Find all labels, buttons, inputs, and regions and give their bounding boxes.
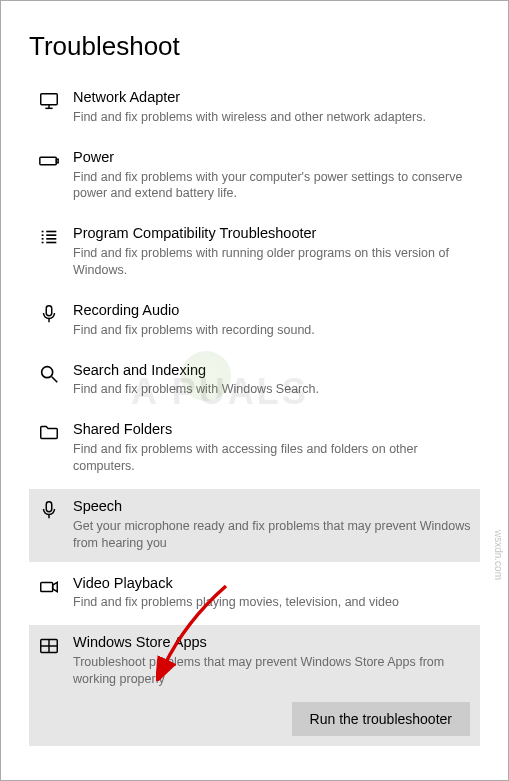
item-title: Search and Indexing [73,361,474,380]
item-desc: Find and fix problems with Windows Searc… [73,381,474,398]
item-desc: Find and fix problems with wireless and … [73,109,474,126]
svg-rect-17 [46,502,52,512]
item-title: Speech [73,497,474,516]
troubleshooter-item-program-compatibility[interactable]: Program Compatibility Troubleshooter Fin… [29,216,480,289]
svg-line-16 [52,376,58,382]
troubleshooter-item-shared-folders[interactable]: Shared Folders Find and fix problems wit… [29,412,480,485]
item-desc: Find and fix problems with running older… [73,245,474,279]
item-title: Program Compatibility Troubleshooter [73,224,474,243]
troubleshooter-item-video-playback[interactable]: Video Playback Find and fix problems pla… [29,566,480,622]
item-title: Recording Audio [73,301,474,320]
folder-icon [35,420,63,444]
item-desc: Get your microphone ready and fix proble… [73,518,474,552]
svg-rect-3 [40,157,57,164]
item-desc: Find and fix problems with accessing fil… [73,441,474,475]
svg-rect-13 [46,306,52,316]
battery-icon [35,148,63,172]
svg-point-15 [42,366,53,377]
item-desc: Find and fix problems with your computer… [73,169,474,203]
microphone-icon [35,301,63,325]
item-desc: Find and fix problems playing movies, te… [73,594,474,611]
page-title: Troubleshoot [29,31,480,62]
item-title: Shared Folders [73,420,474,439]
video-icon [35,574,63,598]
item-desc: Find and fix problems with recording sou… [73,322,474,339]
item-desc: Troubleshoot problems that may prevent W… [73,654,474,688]
troubleshooter-item-network-adapter[interactable]: Network Adapter Find and fix problems wi… [29,80,480,136]
run-troubleshooter-button[interactable]: Run the troubleshooter [292,702,470,736]
store-icon [35,633,63,657]
troubleshooter-list: Network Adapter Find and fix problems wi… [29,80,480,746]
monitor-icon [35,88,63,112]
item-title: Windows Store Apps [73,633,474,652]
troubleshooter-item-recording-audio[interactable]: Recording Audio Find and fix problems wi… [29,293,480,349]
troubleshooter-item-windows-store-apps[interactable]: Windows Store Apps Troubleshoot problems… [29,625,480,746]
item-title: Video Playback [73,574,474,593]
troubleshooter-item-speech[interactable]: Speech Get your microphone ready and fix… [29,489,480,562]
svg-rect-4 [56,159,58,163]
item-title: Network Adapter [73,88,474,107]
svg-rect-0 [41,94,58,105]
item-title: Power [73,148,474,167]
troubleshooter-item-power[interactable]: Power Find and fix problems with your co… [29,140,480,213]
search-icon [35,361,63,385]
list-icon [35,224,63,248]
troubleshooter-item-search-indexing[interactable]: Search and Indexing Find and fix problem… [29,353,480,409]
svg-rect-19 [41,582,53,591]
microphone-icon [35,497,63,521]
